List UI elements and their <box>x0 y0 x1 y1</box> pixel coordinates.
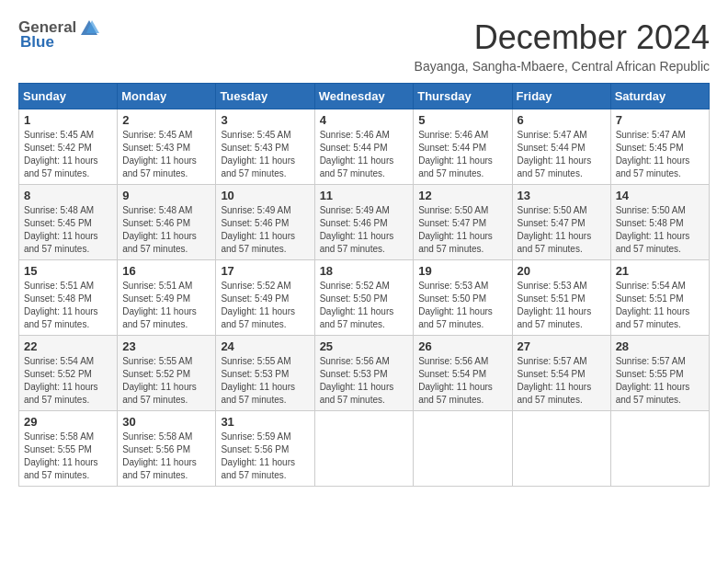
day-info: Sunrise: 5:54 AMSunset: 5:51 PMDaylight:… <box>616 281 690 329</box>
day-number: 29 <box>24 415 112 429</box>
day-number: 19 <box>418 264 506 278</box>
calendar-cell: 3 Sunrise: 5:45 AMSunset: 5:43 PMDayligh… <box>216 109 314 185</box>
calendar-cell: 19 Sunrise: 5:53 AMSunset: 5:50 PMDaylig… <box>414 260 512 336</box>
page-header: General Blue December 2024 Bayanga, Sang… <box>18 18 710 74</box>
day-number: 16 <box>122 264 210 278</box>
calendar-cell: 5 Sunrise: 5:46 AMSunset: 5:44 PMDayligh… <box>414 109 512 185</box>
calendar-table: SundayMondayTuesdayWednesdayThursdayFrid… <box>18 83 710 487</box>
day-info: Sunrise: 5:57 AMSunset: 5:54 PMDaylight:… <box>518 356 592 405</box>
calendar-cell: 9 Sunrise: 5:48 AMSunset: 5:46 PMDayligh… <box>118 185 216 260</box>
calendar-cell: 15 Sunrise: 5:51 AMSunset: 5:48 PMDaylig… <box>19 260 118 336</box>
day-number: 31 <box>221 415 309 429</box>
day-number: 5 <box>418 113 506 127</box>
day-info: Sunrise: 5:54 AMSunset: 5:52 PMDaylight:… <box>24 356 98 405</box>
day-info: Sunrise: 5:55 AMSunset: 5:52 PMDaylight:… <box>122 356 197 405</box>
day-number: 2 <box>122 113 210 127</box>
day-info: Sunrise: 5:53 AMSunset: 5:50 PMDaylight:… <box>418 281 493 329</box>
calendar-cell: 6 Sunrise: 5:47 AMSunset: 5:44 PMDayligh… <box>512 109 610 185</box>
day-info: Sunrise: 5:49 AMSunset: 5:46 PMDaylight:… <box>320 205 394 254</box>
day-number: 24 <box>221 339 309 353</box>
day-number: 8 <box>24 189 112 202</box>
day-number: 22 <box>24 339 112 353</box>
day-info: Sunrise: 5:58 AMSunset: 5:56 PMDaylight:… <box>122 431 197 480</box>
calendar-cell: 20 Sunrise: 5:53 AMSunset: 5:51 PMDaylig… <box>512 260 610 336</box>
calendar-cell: 12 Sunrise: 5:50 AMSunset: 5:47 PMDaylig… <box>414 185 512 260</box>
calendar-cell: 31 Sunrise: 5:59 AMSunset: 5:56 PMDaylig… <box>216 411 314 487</box>
day-info: Sunrise: 5:51 AMSunset: 5:48 PMDaylight:… <box>24 281 98 329</box>
day-number: 23 <box>122 339 210 353</box>
calendar-cell: 25 Sunrise: 5:56 AMSunset: 5:53 PMDaylig… <box>314 336 414 411</box>
logo: General Blue <box>18 18 99 52</box>
calendar-cell <box>314 411 414 487</box>
calendar-cell <box>414 411 512 487</box>
header-friday: Friday <box>512 84 610 109</box>
calendar-cell: 2 Sunrise: 5:45 AMSunset: 5:43 PMDayligh… <box>118 109 216 185</box>
day-info: Sunrise: 5:45 AMSunset: 5:43 PMDaylight:… <box>221 130 295 178</box>
calendar-cell: 1 Sunrise: 5:45 AMSunset: 5:42 PMDayligh… <box>19 109 118 185</box>
header-saturday: Saturday <box>610 84 709 109</box>
week-row-5: 29 Sunrise: 5:58 AMSunset: 5:55 PMDaylig… <box>19 411 710 487</box>
calendar-cell: 16 Sunrise: 5:51 AMSunset: 5:49 PMDaylig… <box>118 260 216 336</box>
day-info: Sunrise: 5:58 AMSunset: 5:55 PMDaylight:… <box>24 431 98 480</box>
calendar-cell: 11 Sunrise: 5:49 AMSunset: 5:46 PMDaylig… <box>314 185 414 260</box>
day-number: 14 <box>616 189 704 202</box>
day-info: Sunrise: 5:48 AMSunset: 5:46 PMDaylight:… <box>122 205 197 254</box>
calendar-cell: 22 Sunrise: 5:54 AMSunset: 5:52 PMDaylig… <box>19 336 118 411</box>
calendar-cell <box>512 411 610 487</box>
calendar-cell: 26 Sunrise: 5:56 AMSunset: 5:54 PMDaylig… <box>414 336 512 411</box>
calendar-cell: 13 Sunrise: 5:50 AMSunset: 5:47 PMDaylig… <box>512 185 610 260</box>
calendar-cell: 30 Sunrise: 5:58 AMSunset: 5:56 PMDaylig… <box>118 411 216 487</box>
header-row: SundayMondayTuesdayWednesdayThursdayFrid… <box>19 84 710 109</box>
day-number: 4 <box>320 113 409 127</box>
day-number: 27 <box>518 339 606 353</box>
day-number: 25 <box>320 339 409 353</box>
calendar-cell: 29 Sunrise: 5:58 AMSunset: 5:55 PMDaylig… <box>19 411 118 487</box>
day-number: 6 <box>518 113 606 127</box>
day-info: Sunrise: 5:47 AMSunset: 5:44 PMDaylight:… <box>518 130 592 178</box>
subtitle: Bayanga, Sangha-Mbaere, Central African … <box>415 59 710 74</box>
header-thursday: Thursday <box>414 84 512 109</box>
day-info: Sunrise: 5:46 AMSunset: 5:44 PMDaylight:… <box>418 130 493 178</box>
day-number: 1 <box>24 113 112 127</box>
day-info: Sunrise: 5:59 AMSunset: 5:56 PMDaylight:… <box>221 431 295 480</box>
calendar-cell: 8 Sunrise: 5:48 AMSunset: 5:45 PMDayligh… <box>19 185 118 260</box>
day-number: 10 <box>221 189 309 202</box>
day-number: 21 <box>616 264 704 278</box>
calendar-cell: 17 Sunrise: 5:52 AMSunset: 5:49 PMDaylig… <box>216 260 314 336</box>
day-info: Sunrise: 5:52 AMSunset: 5:49 PMDaylight:… <box>221 281 295 329</box>
day-info: Sunrise: 5:48 AMSunset: 5:45 PMDaylight:… <box>24 205 98 254</box>
logo-blue-text: Blue <box>20 33 54 52</box>
day-info: Sunrise: 5:50 AMSunset: 5:47 PMDaylight:… <box>418 205 493 254</box>
calendar-cell: 18 Sunrise: 5:52 AMSunset: 5:50 PMDaylig… <box>314 260 414 336</box>
day-number: 11 <box>320 189 409 202</box>
day-info: Sunrise: 5:51 AMSunset: 5:49 PMDaylight:… <box>122 281 197 329</box>
day-number: 13 <box>518 189 606 202</box>
calendar-cell: 23 Sunrise: 5:55 AMSunset: 5:52 PMDaylig… <box>118 336 216 411</box>
day-info: Sunrise: 5:47 AMSunset: 5:45 PMDaylight:… <box>616 130 690 178</box>
header-wednesday: Wednesday <box>314 84 414 109</box>
week-row-3: 15 Sunrise: 5:51 AMSunset: 5:48 PMDaylig… <box>19 260 710 336</box>
month-title: December 2024 <box>415 18 710 57</box>
calendar-cell: 14 Sunrise: 5:50 AMSunset: 5:48 PMDaylig… <box>610 185 709 260</box>
day-info: Sunrise: 5:53 AMSunset: 5:51 PMDaylight:… <box>518 281 592 329</box>
calendar-cell: 7 Sunrise: 5:47 AMSunset: 5:45 PMDayligh… <box>610 109 709 185</box>
calendar-cell: 28 Sunrise: 5:57 AMSunset: 5:55 PMDaylig… <box>610 336 709 411</box>
day-info: Sunrise: 5:57 AMSunset: 5:55 PMDaylight:… <box>616 356 690 405</box>
day-info: Sunrise: 5:55 AMSunset: 5:53 PMDaylight:… <box>221 356 295 405</box>
day-info: Sunrise: 5:52 AMSunset: 5:50 PMDaylight:… <box>320 281 394 329</box>
calendar-cell: 4 Sunrise: 5:46 AMSunset: 5:44 PMDayligh… <box>314 109 414 185</box>
day-number: 7 <box>616 113 704 127</box>
day-number: 18 <box>320 264 409 278</box>
day-number: 17 <box>221 264 309 278</box>
day-info: Sunrise: 5:45 AMSunset: 5:42 PMDaylight:… <box>24 130 98 178</box>
week-row-4: 22 Sunrise: 5:54 AMSunset: 5:52 PMDaylig… <box>19 336 710 411</box>
day-number: 9 <box>122 189 210 202</box>
day-info: Sunrise: 5:50 AMSunset: 5:48 PMDaylight:… <box>616 205 690 254</box>
calendar-cell <box>610 411 709 487</box>
calendar-cell: 24 Sunrise: 5:55 AMSunset: 5:53 PMDaylig… <box>216 336 314 411</box>
title-block: December 2024 Bayanga, Sangha-Mbaere, Ce… <box>415 18 710 74</box>
day-number: 3 <box>221 113 309 127</box>
day-info: Sunrise: 5:56 AMSunset: 5:53 PMDaylight:… <box>320 356 394 405</box>
logo-icon <box>79 18 99 37</box>
day-number: 12 <box>418 189 506 202</box>
